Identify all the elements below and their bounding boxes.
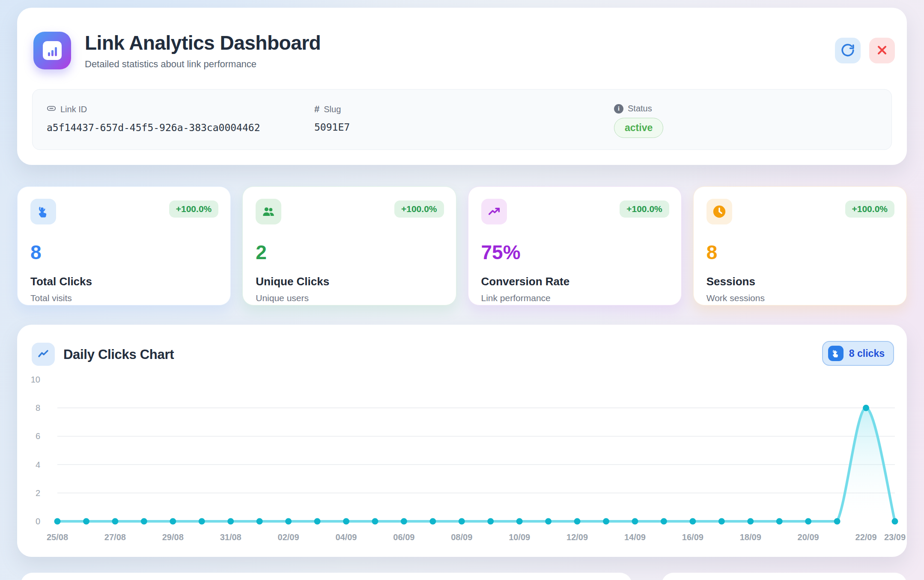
link-icon (47, 104, 56, 115)
svg-text:12/09: 12/09 (566, 532, 588, 542)
stat-value: 75% (481, 241, 668, 264)
stat-subtitle: Total visits (30, 293, 218, 303)
change-badge: +100.0% (845, 200, 895, 218)
svg-text:06/09: 06/09 (393, 532, 414, 542)
bar-chart-icon-inner (43, 41, 62, 60)
stat-value: 2 (256, 241, 443, 264)
header-text: Link Analytics Dashboard Detailed statis… (85, 31, 321, 70)
change-badge: +100.0% (620, 200, 669, 218)
svg-text:6: 6 (36, 431, 40, 441)
svg-text:27/08: 27/08 (104, 532, 126, 542)
partial-card-left (21, 573, 632, 580)
change-badge: +100.0% (394, 200, 444, 218)
users-icon (256, 199, 281, 224)
slug-label: Slug (324, 105, 341, 114)
stat-title: Sessions (706, 275, 894, 288)
stat-subtitle: Unique users (256, 293, 443, 303)
bar-chart-icon (33, 32, 71, 69)
tap-click-icon (30, 199, 56, 224)
slug-field: # Slug 5091E7 (314, 104, 614, 149)
clock-icon (706, 199, 732, 224)
stat-title: Unique Clicks (256, 275, 443, 288)
daily-clicks-chart-card: Daily Clicks Chart 8 clicks 024681025/08… (17, 325, 907, 557)
chart-title: Daily Clicks Chart (63, 347, 174, 362)
stat-card-sessions: +100.0% 8 Sessions Work sessions (693, 186, 907, 305)
svg-text:4: 4 (36, 460, 40, 469)
stat-card-total-clicks: +100.0% 8 Total Clicks Total visits (17, 186, 231, 305)
svg-text:22/09: 22/09 (855, 532, 877, 542)
status-field: i Status active (614, 104, 891, 149)
line-chart-icon (32, 343, 55, 366)
link-id-field: Link ID a5f14437-657d-45f5-926a-383ca000… (47, 104, 314, 149)
info-icon: i (614, 104, 623, 114)
svg-text:29/08: 29/08 (162, 532, 184, 542)
slug-value: 5091E7 (314, 122, 614, 133)
svg-text:18/09: 18/09 (740, 532, 761, 542)
change-badge: +100.0% (169, 200, 219, 218)
svg-text:23/09: 23/09 (884, 532, 906, 542)
svg-text:20/09: 20/09 (798, 532, 819, 542)
tap-click-icon (828, 346, 844, 361)
svg-text:14/09: 14/09 (624, 532, 646, 542)
status-label: Status (628, 104, 652, 114)
close-button[interactable] (869, 38, 895, 63)
link-id-label: Link ID (60, 105, 87, 114)
page-title: Link Analytics Dashboard (85, 31, 321, 54)
svg-text:31/08: 31/08 (220, 532, 241, 542)
svg-text:08/09: 08/09 (451, 532, 472, 542)
stat-value: 8 (706, 241, 894, 264)
stat-subtitle: Work sessions (706, 293, 894, 303)
header-card: Link Analytics Dashboard Detailed statis… (17, 8, 907, 165)
link-info-bar: Link ID a5f14437-657d-45f5-926a-383ca000… (32, 89, 892, 150)
svg-text:10: 10 (31, 375, 40, 384)
svg-text:16/09: 16/09 (682, 532, 703, 542)
link-id-value: a5f14437-657d-45f5-926a-383ca0004462 (47, 122, 314, 133)
stat-card-unique-clicks: +100.0% 2 Unique Clicks Unique users (242, 186, 456, 305)
partial-card-right (662, 573, 907, 580)
svg-text:8: 8 (36, 403, 40, 413)
stat-card-conversion-rate: +100.0% 75% Conversion Rate Link perform… (468, 186, 682, 305)
refresh-icon (841, 43, 855, 59)
header-actions (835, 38, 895, 63)
stat-value: 8 (30, 241, 218, 264)
refresh-button[interactable] (835, 38, 861, 63)
svg-text:0: 0 (36, 517, 40, 526)
trend-up-icon (481, 199, 507, 224)
daily-clicks-line-chart: 024681025/0827/0829/0831/0802/0904/0906/… (27, 370, 901, 547)
svg-text:10/09: 10/09 (509, 532, 530, 542)
stat-title: Total Clicks (30, 275, 218, 288)
page-subtitle: Detailed statistics about link performan… (85, 59, 321, 70)
status-badge: active (614, 118, 663, 138)
clicks-count-badge[interactable]: 8 clicks (822, 341, 894, 366)
svg-text:02/09: 02/09 (278, 532, 299, 542)
stat-title: Conversion Rate (481, 275, 668, 288)
stats-row: +100.0% 8 Total Clicks Total visits +100… (17, 186, 907, 305)
clicks-count-label: 8 clicks (849, 348, 885, 359)
close-icon (875, 43, 889, 58)
stat-subtitle: Link performance (481, 293, 668, 303)
hash-icon: # (314, 104, 319, 115)
svg-text:2: 2 (36, 488, 40, 498)
svg-text:25/08: 25/08 (47, 532, 68, 542)
svg-text:04/09: 04/09 (335, 532, 357, 542)
header-top: Link Analytics Dashboard Detailed statis… (33, 31, 321, 70)
